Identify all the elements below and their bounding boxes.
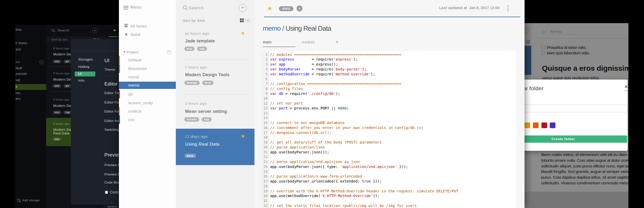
main-sidebar-folder[interactable]: memo bbox=[128, 83, 140, 87]
line-number: 26 bbox=[261, 174, 268, 179]
dialog-esc-hint: esc bbox=[625, 89, 628, 92]
code-token: ); bbox=[353, 57, 358, 61]
dark-sidebar-item[interactable]: ll Notes bbox=[16, 41, 27, 45]
main-sidebar-item[interactable]: All Notes bbox=[119, 23, 176, 29]
main-sidebar-folder[interactable]: git bbox=[128, 92, 133, 96]
main-sort-select[interactable]: Sort by date bbox=[183, 18, 205, 23]
note-breadcrumb: memo / Using Real Data bbox=[263, 24, 331, 32]
code-token: // configuration =======================… bbox=[270, 82, 401, 86]
dark-sidebar-folder[interactable]: ostnote bbox=[16, 72, 27, 76]
folder-color-swatch[interactable] bbox=[525, 122, 530, 128]
main-add-folder-button[interactable]: + bbox=[167, 50, 171, 54]
folder-name-input[interactable] bbox=[525, 105, 627, 112]
folder-color-bar bbox=[119, 107, 120, 115]
settings-menu-item[interactable]: Hotkey bbox=[78, 65, 90, 69]
add-tab-button[interactable]: + bbox=[336, 40, 339, 45]
code-text: app.use(bodyParser.json({ type: 'applica… bbox=[270, 164, 408, 169]
dark-search-box[interactable]: Search bbox=[51, 27, 83, 33]
dark-sidebar-folder[interactable]: ers bbox=[16, 97, 21, 101]
code-line: 27app.use(bodyParser.urlencoded({ extend… bbox=[261, 179, 516, 184]
code-text: // get all data/stuff of the body (POST)… bbox=[270, 140, 382, 145]
code-token: app bbox=[279, 62, 285, 66]
dark-note-time: 8 hours ago bbox=[53, 47, 70, 50]
dark-editor-status-corner: javascri bbox=[103, 205, 119, 208]
note-tags: wiptag bbox=[184, 47, 207, 51]
list-view-icon[interactable] bbox=[246, 19, 250, 22]
dark-new-note-button[interactable]: + bbox=[92, 28, 98, 34]
line-number: 14 bbox=[261, 115, 268, 120]
dark-sidebar-folder[interactable]: e bbox=[16, 85, 17, 88]
dark-sidebar-folder[interactable]: fault bbox=[16, 66, 22, 70]
dark-sidebar-item[interactable]: ard bbox=[16, 48, 21, 51]
code-line: 14 bbox=[261, 115, 516, 120]
note-tag-pill: tag bbox=[197, 47, 207, 51]
main-menu-label: Menu bbox=[130, 5, 142, 10]
settings-menu-item[interactable]: Info bbox=[78, 79, 84, 82]
line-number: 12 bbox=[261, 106, 268, 111]
editor-tab[interactable]: module bbox=[302, 40, 315, 44]
code-text: // set the static files location /public… bbox=[270, 203, 417, 208]
main-sidebar-item[interactable]: ★Stard bbox=[119, 32, 176, 37]
folder-color-swatch[interactable] bbox=[550, 122, 555, 128]
code-text: // parse application/vnd.api+json as jso… bbox=[270, 159, 360, 164]
note-tag-pill: design bbox=[184, 81, 200, 85]
folder-color-swatch[interactable] bbox=[541, 122, 547, 128]
code-editor[interactable]: 1// modules ============================… bbox=[261, 51, 516, 208]
settings-checkbox[interactable] bbox=[105, 191, 108, 194]
note-time: an hours ago bbox=[185, 31, 209, 36]
note-divider bbox=[182, 59, 248, 60]
editor-tab[interactable]: main bbox=[263, 40, 272, 44]
main-sidebar-folder[interactable]: nodeJs bbox=[128, 109, 142, 113]
dark-sort-select[interactable]: Sort by xxx bbox=[51, 38, 67, 41]
code-token: 'method-override' bbox=[333, 72, 371, 76]
more-menu-button[interactable] bbox=[505, 4, 511, 12]
folder-color-swatch[interactable] bbox=[533, 122, 539, 128]
breadcrumb-folder[interactable]: memo / bbox=[263, 24, 286, 32]
code-line: 19// get all data/stuff of the body (POS… bbox=[261, 140, 516, 145]
code-line: 8// config files bbox=[261, 86, 516, 91]
code-line: 20// parse application/json bbox=[261, 145, 516, 150]
code-token: 'express' bbox=[333, 57, 353, 61]
code-line: 1// modules ============================… bbox=[261, 52, 516, 57]
add-tag-button[interactable]: + bbox=[297, 5, 303, 11]
dark-project-label[interactable]: ect bbox=[16, 60, 20, 63]
settings-menu-selected-pill bbox=[75, 72, 95, 76]
plus-icon: + bbox=[41, 61, 42, 64]
line-number: 18 bbox=[261, 135, 268, 140]
dark-add-storage-button[interactable]: Add storage bbox=[17, 198, 45, 203]
grid-view-icon[interactable] bbox=[240, 18, 244, 22]
main-sidebar-folder[interactable]: mysql bbox=[128, 75, 139, 79]
dark-star-icon[interactable]: ★ bbox=[113, 28, 116, 32]
main-sidebar-folder[interactable]: css bbox=[128, 117, 135, 122]
dark-sidebar-folder[interactable]: sql bbox=[16, 78, 20, 82]
main-search-box[interactable]: Search bbox=[183, 5, 222, 11]
main-menu-button[interactable]: Menu bbox=[123, 5, 144, 10]
main-sidebar: Menu All Notes★Stard Project + DefaultBo… bbox=[119, 0, 176, 208]
editor-tag-pill[interactable]: data bbox=[279, 6, 293, 11]
line-number: 13 bbox=[261, 111, 268, 116]
code-token: './config/db' bbox=[307, 92, 336, 96]
main-sidebar-folder[interactable]: Default bbox=[128, 58, 142, 62]
create-folder-button[interactable]: Create folder bbox=[525, 135, 627, 143]
line-number: 6 bbox=[261, 76, 268, 81]
main-new-note-button[interactable]: + bbox=[239, 4, 247, 12]
note-star-icon[interactable]: ★ bbox=[241, 134, 245, 139]
dark-add-folder-button[interactable]: + bbox=[39, 60, 44, 64]
note-star-icon[interactable]: ★ bbox=[241, 31, 245, 36]
code-token: port bbox=[279, 106, 288, 110]
code-token: var bbox=[270, 62, 277, 66]
close-icon[interactable]: ✕ bbox=[625, 84, 628, 89]
settings-menu-item[interactable]: UI bbox=[78, 72, 82, 76]
settings-section-heading: Preview bbox=[104, 152, 119, 158]
dark-menu-button[interactable]: enu bbox=[16, 28, 22, 31]
code-line: 17// mongoose.connect(db.url); bbox=[261, 130, 516, 135]
dark-sidebar-folder[interactable]: mo bbox=[16, 91, 20, 95]
code-line: 24app.use(bodyParser.json({ type: 'appli… bbox=[261, 164, 516, 169]
dark-note-time: 8 hours ago bbox=[53, 122, 70, 125]
line-number: 19 bbox=[261, 140, 268, 145]
main-sidebar-folder[interactable]: Boostnote bbox=[128, 66, 147, 71]
note-star-button[interactable]: ★ bbox=[267, 5, 273, 12]
settings-menu-item[interactable]: Storages bbox=[78, 57, 93, 61]
editor-tag-list: data bbox=[279, 6, 293, 11]
main-sidebar-folder[interactable]: laravel_study bbox=[128, 101, 153, 105]
